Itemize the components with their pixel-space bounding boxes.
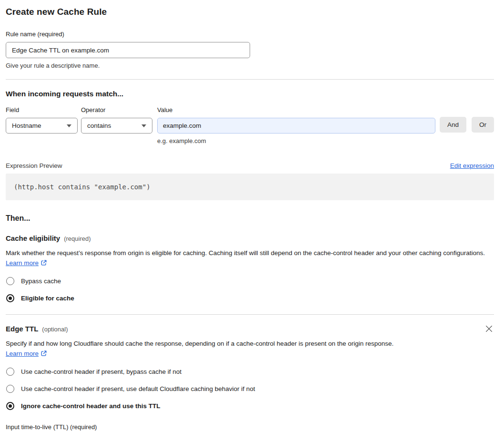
radio-option-ignore-header-use-ttl[interactable]: Ignore cache-control header and use this… bbox=[6, 402, 494, 410]
operator-select-value: contains bbox=[87, 122, 111, 129]
radio-icon bbox=[6, 402, 14, 410]
expression-preview-label: Expression Preview bbox=[6, 162, 62, 169]
learn-more-label: Learn more bbox=[6, 350, 39, 357]
radio-option-label: Ignore cache-control header and use this… bbox=[21, 402, 161, 410]
radio-icon bbox=[6, 368, 14, 376]
field-column: Field Hostname bbox=[6, 106, 78, 134]
and-button[interactable]: And bbox=[440, 117, 466, 133]
value-help: e.g. example.com bbox=[157, 137, 435, 144]
edge-ttl-title: Edge TTL bbox=[6, 325, 38, 333]
radio-option-label: Use cache-control header if present, byp… bbox=[21, 368, 181, 375]
external-link-icon bbox=[40, 350, 47, 357]
then-heading: Then... bbox=[6, 214, 494, 223]
field-select[interactable]: Hostname bbox=[6, 118, 78, 134]
cache-eligibility-description: Mark whether the request’s response from… bbox=[6, 248, 488, 268]
cache-eligibility-learn-more-link[interactable]: Learn more bbox=[6, 259, 47, 267]
value-input[interactable] bbox=[157, 118, 435, 134]
radio-icon bbox=[6, 385, 14, 393]
match-heading: When incoming requests match... bbox=[6, 90, 494, 98]
cache-eligibility-title: Cache eligibility bbox=[6, 234, 60, 242]
edit-expression-link[interactable]: Edit expression bbox=[450, 162, 494, 169]
divider bbox=[6, 314, 494, 315]
field-label: Field bbox=[6, 106, 78, 113]
value-label: Value bbox=[157, 106, 435, 113]
rule-name-label: Rule name (required) bbox=[6, 31, 494, 38]
radio-option-label: Bypass cache bbox=[21, 278, 61, 285]
expression-preview-row: Expression Preview Edit expression bbox=[6, 162, 494, 169]
create-cache-rule-form: Create new Cache Rule Rule name (require… bbox=[0, 0, 504, 432]
page-title: Create new Cache Rule bbox=[6, 7, 494, 17]
edge-ttl-qualifier: (optional) bbox=[42, 326, 68, 333]
external-link-icon bbox=[40, 259, 47, 266]
learn-more-label: Learn more bbox=[6, 259, 39, 267]
field-select-value: Hostname bbox=[12, 122, 41, 129]
operator-label: Operator bbox=[81, 106, 152, 113]
edge-ttl-header: Edge TTL (optional) bbox=[6, 324, 494, 334]
or-button[interactable]: Or bbox=[472, 117, 494, 133]
cache-eligibility-heading: Cache eligibility (required) bbox=[6, 234, 494, 242]
ttl-input-label: Input time-to-live (TTL) (required) bbox=[6, 423, 494, 431]
value-column: Value e.g. example.com bbox=[157, 106, 435, 144]
rule-name-help: Give your rule a descriptive name. bbox=[6, 62, 494, 69]
divider bbox=[6, 79, 494, 80]
radio-icon bbox=[6, 294, 14, 302]
cache-eligibility-qualifier: (required) bbox=[64, 235, 91, 242]
conjunction-buttons: And Or bbox=[440, 106, 494, 133]
radio-option-label: Eligible for cache bbox=[21, 295, 74, 302]
close-icon bbox=[485, 325, 493, 333]
radio-option-label: Use cache-control header if present, use… bbox=[21, 385, 255, 392]
edge-ttl-description-text: Specify if and how long Cloudflare shoul… bbox=[6, 340, 393, 347]
radio-icon bbox=[6, 277, 14, 285]
radio-option-respect-header-bypass[interactable]: Use cache-control header if present, byp… bbox=[6, 368, 494, 376]
chevron-down-icon bbox=[141, 124, 146, 127]
rule-name-input[interactable] bbox=[6, 42, 250, 58]
chevron-down-icon bbox=[67, 124, 71, 127]
edge-ttl-learn-more-link[interactable]: Learn more bbox=[6, 350, 47, 357]
expression-code: (http.host contains "example.com") bbox=[6, 174, 494, 200]
operator-select[interactable]: contains bbox=[81, 118, 152, 134]
radio-option-respect-header-default[interactable]: Use cache-control header if present, use… bbox=[6, 385, 494, 393]
edge-ttl-description: Specify if and how long Cloudflare shoul… bbox=[6, 339, 403, 359]
operator-column: Operator contains bbox=[81, 106, 152, 134]
close-edge-ttl-button[interactable] bbox=[484, 324, 494, 334]
radio-option-bypass-cache[interactable]: Bypass cache bbox=[6, 277, 494, 285]
radio-option-eligible-for-cache[interactable]: Eligible for cache bbox=[6, 294, 494, 302]
cache-eligibility-description-text: Mark whether the request’s response from… bbox=[6, 249, 485, 257]
match-row: Field Hostname Operator contains Value e… bbox=[6, 106, 494, 144]
rule-name-group: Rule name (required) Give your rule a de… bbox=[6, 31, 494, 69]
edge-ttl-heading: Edge TTL (optional) bbox=[6, 325, 68, 333]
